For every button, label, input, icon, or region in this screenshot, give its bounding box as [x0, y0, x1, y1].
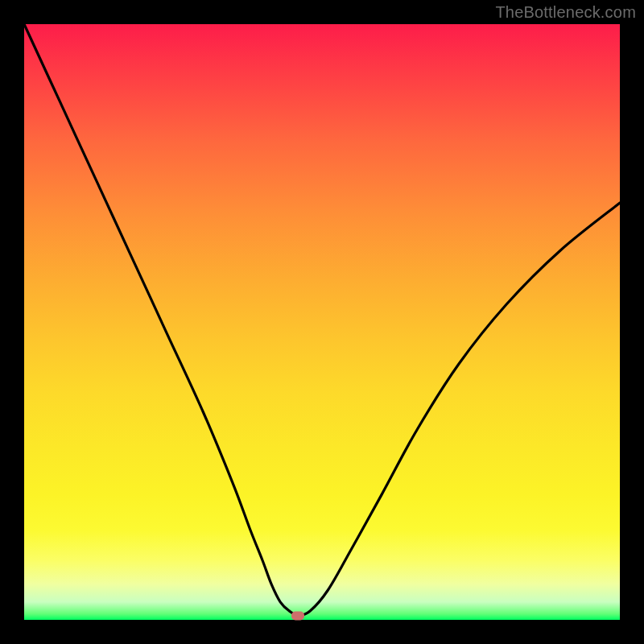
min-marker — [291, 611, 304, 620]
watermark-text: TheBottleneck.com — [495, 3, 636, 22]
chart-frame: TheBottleneck.com — [0, 0, 644, 644]
plot-area — [24, 24, 620, 620]
curve-svg — [24, 24, 620, 620]
bottleneck-curve — [24, 24, 620, 615]
